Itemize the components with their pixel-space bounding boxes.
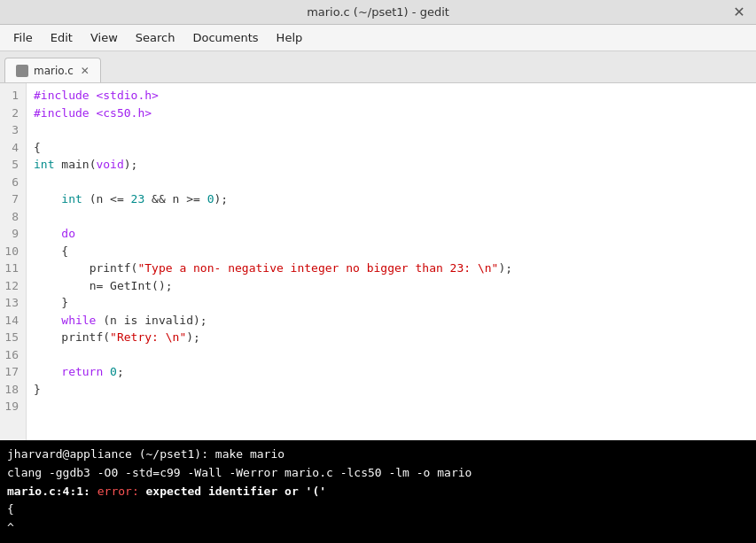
- terminal-line-4: {: [7, 500, 749, 519]
- tab-bar: mario.c ✕: [0, 51, 756, 83]
- line-num: 9: [4, 225, 19, 243]
- code-container: 1 2 3 4 5 6 7 8 9 10 11 12 13 14 15 16 1: [0, 83, 756, 440]
- menu-documents[interactable]: Documents: [183, 27, 267, 48]
- menu-view[interactable]: View: [82, 27, 127, 48]
- terminal-line-3: mario.c:4:1: error: expected identifier …: [7, 483, 749, 501]
- line-num: 11: [4, 260, 19, 277]
- tab-mario-c[interactable]: mario.c ✕: [4, 58, 101, 82]
- menu-help[interactable]: Help: [268, 27, 312, 48]
- line-num: 17: [4, 363, 19, 381]
- terminal-output: jharvard@appliance (~/pset1): make mario…: [0, 440, 756, 543]
- window-close-button[interactable]: ✕: [731, 4, 747, 20]
- main-content: 1 2 3 4 5 6 7 8 9 10 11 12 13 14 15 16 1: [0, 83, 756, 543]
- editor-wrapper: 1 2 3 4 5 6 7 8 9 10 11 12 13 14 15 16 1: [0, 83, 756, 440]
- line-num: 1: [4, 87, 19, 105]
- menu-bar: File Edit View Search Documents Help: [0, 25, 756, 51]
- window-title: mario.c (~/pset1) - gedit: [307, 5, 449, 19]
- line-num: 2: [4, 105, 19, 122]
- tab-label: mario.c: [34, 65, 74, 77]
- line-num: 12: [4, 277, 19, 295]
- editor-area[interactable]: 1 2 3 4 5 6 7 8 9 10 11 12 13 14 15 16 1: [0, 83, 756, 440]
- line-num: 10: [4, 243, 19, 260]
- tab-close-button[interactable]: ✕: [81, 65, 90, 77]
- terminal-line-1: jharvard@appliance (~/pset1): make mario: [7, 446, 749, 464]
- line-num: 18: [4, 381, 19, 399]
- menu-file[interactable]: File: [4, 27, 42, 48]
- line-num: 14: [4, 312, 19, 330]
- file-icon: [16, 65, 28, 77]
- line-num: 5: [4, 156, 19, 174]
- line-num: 16: [4, 346, 19, 364]
- terminal-line-2: clang -ggdb3 -O0 -std=c99 -Wall -Werror …: [7, 464, 749, 483]
- line-numbers: 1 2 3 4 5 6 7 8 9 10 11 12 13 14 15 16 1: [0, 83, 27, 440]
- line-num: 3: [4, 121, 19, 139]
- terminal-cursor-line: ^: [7, 519, 749, 538]
- terminal-cursor: ^: [7, 521, 14, 534]
- title-bar: mario.c (~/pset1) - gedit ✕: [0, 0, 756, 25]
- code-editor[interactable]: #include <stdio.h> #include <cs50.h> { i…: [27, 83, 756, 440]
- menu-search[interactable]: Search: [127, 27, 184, 48]
- line-num: 7: [4, 190, 19, 208]
- line-num: 19: [4, 398, 19, 415]
- line-num: 15: [4, 329, 19, 346]
- line-num: 4: [4, 139, 19, 157]
- line-num: 6: [4, 174, 19, 191]
- line-num: 8: [4, 208, 19, 226]
- menu-edit[interactable]: Edit: [42, 27, 82, 48]
- line-num: 13: [4, 294, 19, 312]
